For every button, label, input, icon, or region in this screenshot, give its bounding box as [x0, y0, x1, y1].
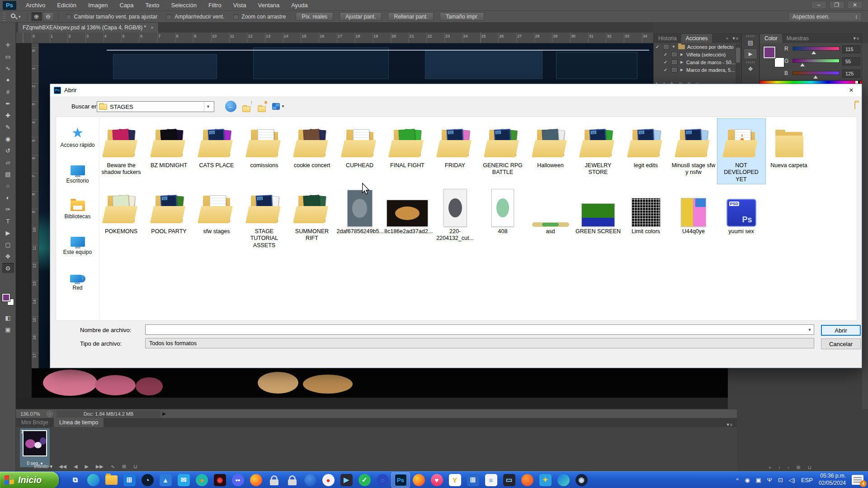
menu-selecci-n[interactable]: Selección: [165, 2, 203, 9]
path-selection-tool[interactable]: ▶: [2, 228, 14, 238]
grid-app-icon[interactable]: ⊞: [464, 473, 482, 488]
action-expand-icon[interactable]: ▶: [679, 52, 684, 56]
checkbox-zoom-con-arrastre[interactable]: Zoom con arrastre: [233, 14, 286, 20]
compass-app-icon[interactable]: [554, 473, 572, 488]
file-item-8c186e2ad37ad2[interactable]: 8c186e2ad37ad2...: [383, 185, 431, 236]
step-forward-icon[interactable]: ›: [788, 465, 789, 470]
status-menu-arrow-icon[interactable]: ▶: [162, 411, 166, 417]
file-item-pool-party[interactable]: SDPs POOL PARTY: [145, 185, 193, 236]
file-item-friday[interactable]: SDPs FRIDAY: [431, 119, 479, 170]
tab-color[interactable]: Color: [760, 34, 782, 43]
history-options-icon[interactable]: ▤: [748, 39, 753, 46]
document-tab-close-icon[interactable]: ×: [151, 25, 153, 30]
collapse-left-icon[interactable]: «: [769, 465, 771, 470]
tween-icon[interactable]: ∿: [111, 464, 115, 469]
action-dialog-toggle-icon[interactable]: [671, 52, 677, 57]
action-row-vi-eta-selecci-n[interactable]: ✓ ▶ Viñeta (selección): [654, 51, 741, 58]
pink-app-icon[interactable]: ♥: [428, 473, 446, 488]
panel-collapse-icon[interactable]: »: [726, 36, 728, 41]
action-row-marco-de-madera-5[interactable]: ✓ ▶ Marco de madera, 5...: [654, 66, 741, 74]
zoom-out-toggle[interactable]: ⊖: [43, 12, 54, 21]
views-menu-icon[interactable]: ▼: [271, 101, 286, 112]
zoom-level[interactable]: 136.07%: [20, 411, 47, 417]
canvas-top-strip[interactable]: [39, 43, 653, 84]
red-slider-bar[interactable]: [793, 47, 840, 51]
pen-tool[interactable]: ✑: [2, 204, 14, 214]
crop-tool[interactable]: #: [2, 87, 14, 97]
file-item-cookie-concert[interactable]: cookie concert: [288, 119, 336, 170]
file-item-final-fight[interactable]: FINAL FIGHT: [383, 119, 431, 170]
action-expand-icon[interactable]: ▶: [679, 68, 684, 72]
task-view-icon[interactable]: ⧉: [66, 473, 84, 488]
recorder-tray-icon[interactable]: ◉: [745, 477, 750, 483]
place-acceso-r-pido[interactable]: ★Acceso rápido: [57, 122, 99, 148]
menu-texto[interactable]: Texto: [139, 2, 165, 9]
eraser-tool[interactable]: ▱: [2, 157, 14, 167]
minimize-button[interactable]: –: [811, 1, 826, 9]
firefox-icon[interactable]: [247, 473, 265, 488]
ocam-icon[interactable]: ●: [193, 473, 211, 488]
action-check-icon[interactable]: ✓: [664, 52, 669, 57]
gradient-tool[interactable]: ▤: [2, 169, 14, 179]
file-item-asd[interactable]: asd: [527, 185, 575, 236]
look-in-combobox[interactable]: STAGES ▼: [97, 101, 214, 112]
photoshop-icon[interactable]: Ps: [392, 473, 410, 488]
up-level-icon[interactable]: ↑: [241, 101, 252, 112]
button-ajustar-pant[interactable]: Ajustar pant.: [340, 12, 382, 21]
close-button[interactable]: ✕: [847, 1, 863, 9]
bandicam-icon[interactable]: ◉: [211, 473, 229, 488]
file-item-limit-colors[interactable]: Limit colors: [622, 185, 670, 236]
screen-mode-icon[interactable]: ▣: [0, 326, 16, 333]
action-row-acciones-por-defecto[interactable]: ✓ ▼ Acciones por defecto: [654, 43, 741, 51]
shield-icon[interactable]: ✓: [355, 473, 373, 488]
file-item-summoner-rift[interactable]: SUMMONER RIFT: [288, 185, 336, 243]
open-button[interactable]: Abrir: [821, 325, 861, 336]
combo-dropdown-icon[interactable]: ▼: [204, 102, 212, 112]
media-player-icon[interactable]: ▶: [337, 473, 355, 488]
firefox-2-icon[interactable]: [410, 473, 428, 488]
checkbox-box-icon[interactable]: [233, 14, 239, 19]
place-bibliotecas[interactable]: Bibliotecas: [57, 194, 99, 220]
file-item-cats-place[interactable]: SDPs CATS PLACE: [193, 119, 241, 170]
play-frame-icon[interactable]: ▶: [85, 464, 88, 469]
file-item-408[interactable]: 408: [479, 185, 527, 236]
eyedropper-tool[interactable]: ✒: [2, 99, 14, 108]
record-dot-icon[interactable]: ●: [319, 473, 337, 488]
hoyoplay-icon[interactable]: Y: [446, 473, 464, 488]
menu-capa[interactable]: Capa: [113, 2, 139, 9]
file-item-halloween[interactable]: Halloween: [527, 119, 575, 170]
blue-slider-handle[interactable]: [813, 75, 818, 79]
file-item-2daf67856249b5[interactable]: 2daf67856249b5...: [336, 185, 384, 236]
screen-tray-icon[interactable]: ▣: [756, 477, 761, 483]
action-expand-icon[interactable]: ▶: [679, 60, 684, 64]
notes-app-icon[interactable]: ≡: [482, 473, 500, 488]
tab-muestras[interactable]: Muestras: [782, 34, 813, 43]
blur-tool[interactable]: ○: [2, 181, 14, 191]
zoom-tool-icon[interactable]: [10, 13, 18, 20]
action-dialog-toggle-icon[interactable]: [671, 67, 677, 72]
store-icon[interactable]: ⊞: [120, 473, 138, 488]
play-selection-button[interactable]: ▶: [744, 48, 757, 59]
quick-mask-icon[interactable]: ◧: [0, 314, 16, 321]
file-item-nueva-carpeta[interactable]: Nueva carpeta: [765, 119, 813, 170]
file-item-bz-midnight[interactable]: BZ MIDNIGHT: [145, 119, 193, 170]
file-item-comissions[interactable]: comissions: [241, 119, 288, 170]
place-escritorio[interactable]: Escritorio: [57, 158, 99, 184]
place-red[interactable]: Red: [57, 265, 99, 291]
menu-archivo[interactable]: Archivo: [20, 2, 51, 9]
dialog-title-bar[interactable]: Ps Abrir ✕: [50, 84, 862, 96]
photos-icon[interactable]: ▲: [156, 473, 175, 488]
color-panel-menu-icon[interactable]: ▼≡: [853, 36, 859, 41]
red-slider-handle[interactable]: [811, 51, 816, 54]
action-row-canal-de-marco-50[interactable]: ✓ ▶ Canal de marco - 50...: [654, 58, 741, 66]
menu-ventana[interactable]: Ventana: [252, 2, 285, 9]
padlock-icon-2[interactable]: [283, 473, 301, 488]
blue-value[interactable]: 125: [842, 70, 860, 78]
zoom-tool[interactable]: ⊙: [2, 263, 14, 273]
delete-frame-icon[interactable]: ⊔: [133, 464, 137, 469]
display-app-icon[interactable]: ▭: [500, 473, 518, 488]
tool-preset-caret-icon[interactable]: ▾: [19, 14, 21, 19]
checkbox-box-icon[interactable]: [66, 14, 71, 19]
back-icon[interactable]: ←: [225, 101, 236, 112]
clone-stamp-tool[interactable]: ◉: [2, 134, 14, 144]
